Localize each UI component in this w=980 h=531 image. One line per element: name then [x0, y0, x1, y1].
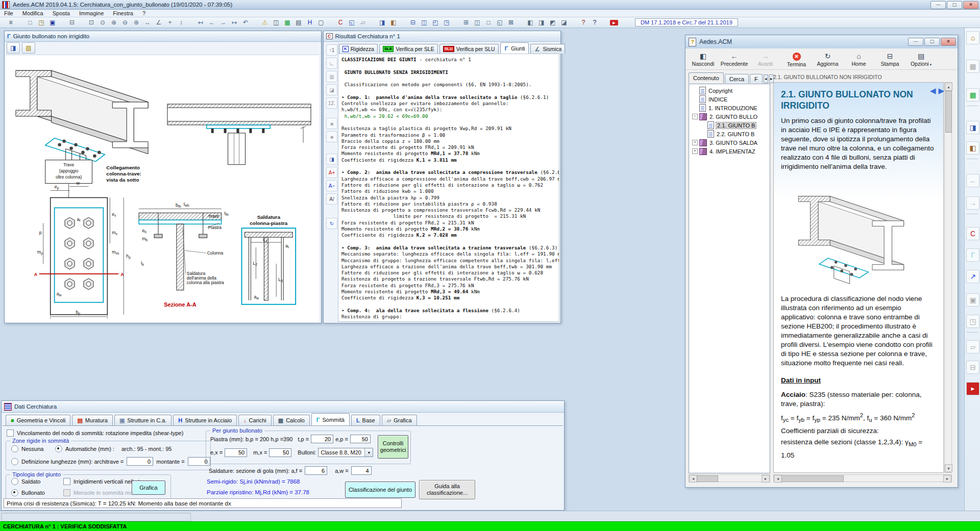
go-previous-icon[interactable]: ← [206, 17, 217, 28]
definizione-radio[interactable] [11, 458, 18, 465]
menu-item-modifica[interactable]: Modifica [22, 10, 43, 16]
tree-expander-icon[interactable]: + [692, 148, 698, 154]
copy-icon[interactable]: ◨ [377, 17, 388, 28]
steel-beam-icon[interactable]: H [304, 17, 315, 28]
results-tab-sismica[interactable]: ∠Sismica [530, 44, 566, 54]
youtube-icon[interactable]: ▶ [966, 382, 979, 395]
help-button-aggiorna[interactable]: ↻Aggiorna [812, 49, 843, 70]
zoom-dynamic-icon[interactable]: ⊙ [97, 17, 108, 28]
panel-tab-struttureinca[interactable]: ▣Strutture in C.a. [114, 415, 172, 425]
tree-horizontal-scrollbar[interactable]: ◄ ► [689, 474, 770, 482]
copy-view-icon[interactable]: ◨ [7, 42, 20, 54]
tree-item-4implementaz[interactable]: +4. IMPLEMENTAZ [689, 147, 770, 156]
panel-tab-geometriaevincoli[interactable]: ■Geometria e Vincoli [6, 415, 70, 425]
saldato-radio[interactable] [11, 478, 18, 485]
window-view-icon[interactable]: ◱ [346, 17, 357, 28]
go-first-icon[interactable]: ↤ [195, 17, 206, 28]
help-button-nascondi[interactable]: ◧Nascondi [688, 49, 719, 70]
export-image-icon[interactable]: ▧ [22, 42, 35, 54]
new-file-icon[interactable]: □ [24, 17, 36, 28]
print-icon[interactable]: ⊟ [966, 361, 979, 374]
menu-item-immagine[interactable]: Immagine [79, 10, 104, 16]
norm-reference-box[interactable]: DM 17.1.2018 e Circ.7 del 21.1.2019 [635, 18, 738, 27]
zoom-out-icon[interactable]: ⊖ [119, 17, 131, 28]
arrange-icons-icon[interactable]: ◳ [441, 17, 452, 28]
go-last-icon[interactable]: ↦ [229, 17, 240, 28]
help-horizontal-scrollbar[interactable]: ◄ ► [773, 474, 952, 482]
project-tree-icon[interactable]: ≡ [5, 17, 16, 28]
classificazione-button[interactable]: Classificazione del giunto [345, 482, 415, 498]
zoom-in-icon[interactable]: ⊕ [108, 17, 119, 28]
tile-vertical-icon[interactable]: ◫ [419, 17, 430, 28]
help-button-termina[interactable]: ✕Termina [781, 49, 812, 70]
aw-input[interactable] [351, 466, 372, 475]
paste-icon[interactable]: ◧ [388, 17, 399, 28]
ep-input[interactable] [350, 435, 371, 443]
page-previous-icon[interactable]: ◀ [930, 86, 936, 95]
close-all-icon[interactable]: ⊠ [505, 17, 517, 28]
help-tab-contenuto[interactable]: Contenuto [689, 72, 724, 83]
help-tab-f[interactable]: F [750, 74, 763, 83]
minimize-button[interactable]: — [930, 1, 946, 9]
panel-tab-muratura[interactable]: ▤Muratura [72, 415, 112, 425]
bulloni-select[interactable]: Classe 8.8, M20 ▼ [318, 448, 373, 457]
go-next-icon[interactable]: → [217, 17, 229, 28]
help-minimize-button[interactable]: — [908, 38, 923, 46]
back-icon[interactable]: ← [966, 174, 979, 187]
stiffness-curve-icon[interactable]: ↗ [966, 270, 979, 283]
irrigidimenti-checkbox[interactable] [63, 478, 70, 485]
paste-icon[interactable]: ◧ [966, 141, 979, 155]
split-window-icon[interactable]: ◫ [472, 17, 483, 28]
tree-item-3giuntosalda[interactable]: +3. GIUNTO SALDA [689, 138, 770, 147]
layout-top-icon[interactable]: ◩ [547, 17, 558, 28]
zoom-window-icon[interactable]: ⊡ [86, 17, 97, 28]
model-view-icon[interactable]: ▦ [966, 60, 979, 73]
help-button-stampa[interactable]: ⊟Stampa [874, 49, 905, 70]
results-tab-verificapersle[interactable]: SLEVerifica per SLE [379, 44, 438, 54]
help-close-button[interactable]: ✕ [941, 38, 956, 46]
decimals-icon[interactable]: 12. [326, 97, 337, 109]
panel-tab-carichi[interactable]: ↓Carichi [238, 415, 272, 425]
bullonato-radio[interactable] [11, 489, 18, 496]
results-tab-giunti[interactable]: ΓGiunti [500, 42, 529, 54]
tree-item-1introduzione[interactable]: 1. INTRODUZIONE [689, 104, 770, 112]
controlli-geometrici-button[interactable]: Controlli geometrici [378, 435, 408, 459]
chart-axes-icon[interactable]: ∟ [326, 58, 337, 69]
cascade-windows-icon[interactable]: ◰ [430, 17, 441, 28]
print-icon[interactable]: ⊟ [66, 17, 78, 28]
color-swatch-icon[interactable]: ■ [326, 118, 337, 129]
ex-input[interactable] [225, 448, 247, 457]
diagram-icon[interactable]: ▱ [966, 340, 979, 353]
plan-green-icon[interactable]: ▦ [966, 88, 979, 102]
results-tab-rigidezza[interactable]: KRigidezza [339, 44, 378, 54]
copy-text-icon[interactable]: ◨ [326, 154, 337, 165]
help-button-home[interactable]: ⌂Home [843, 49, 874, 70]
dropdown-arrow-icon[interactable]: ▼ [364, 448, 373, 457]
help-content[interactable]: 2.1. GIUNTO BULLONATO NON IRRIGIDITO Un … [773, 82, 944, 473]
shear-type-checkbox[interactable] [7, 429, 14, 437]
zoom-extents-icon[interactable]: ⊛ [131, 17, 142, 28]
menu-item-finestra[interactable]: Finestra [113, 10, 133, 16]
tree-item-copyright[interactable]: Copyright [689, 86, 770, 95]
page-next-icon[interactable]: ▶ [938, 86, 944, 95]
mensole-checkbox[interactable] [63, 489, 70, 496]
vertical-dim-icon[interactable]: ↕ [176, 17, 187, 28]
layout-left-icon[interactable]: ◧ [525, 17, 536, 28]
bar-chart-icon[interactable]: ▥ [326, 71, 337, 82]
warning-icon[interactable]: ⚠ [259, 17, 271, 28]
plan-view-icon[interactable]: ▦ [282, 17, 293, 28]
report-icon[interactable]: ▢ [315, 17, 327, 28]
context-help-icon[interactable]: ? [589, 17, 600, 28]
panel-tab-struttureinacciaio[interactable]: HStrutture in Acciaio [173, 415, 237, 425]
tabs-scroll-left-icon[interactable]: ◄ [764, 74, 768, 83]
tp-input[interactable] [311, 435, 333, 443]
guida-classificazione-button[interactable]: Guida alla classificazione... [419, 480, 475, 499]
tree-item-indice[interactable]: INDICE [689, 95, 770, 104]
results-doc-icon[interactable]: C [966, 227, 979, 240]
home-icon[interactable]: ⌂ [966, 31, 979, 44]
close-button[interactable]: ✕ [963, 1, 978, 9]
help-button-opzioni[interactable]: ▤Opzioni ▾ [905, 49, 937, 70]
sketch-icon[interactable]: ▱ [357, 17, 369, 28]
af-input[interactable] [305, 466, 327, 475]
menu-item-file[interactable]: File [4, 10, 13, 16]
